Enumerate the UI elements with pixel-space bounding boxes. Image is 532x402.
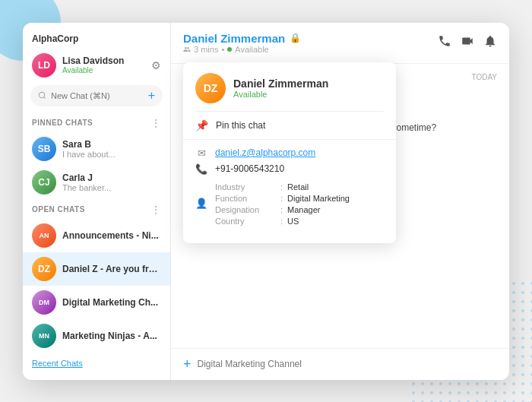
popup-status: Available [233,90,328,99]
country-label: Country [215,217,276,226]
open-chats-label: OPEN CHATS [32,205,150,214]
search-bar: + [30,85,163,106]
pinned-chat-sara[interactable]: SB Sara B I have about... [23,132,170,166]
pin-icon: 📌 [195,119,208,131]
user-name: Lisa Davidson [62,55,145,66]
chat-item-text: Carla J The banker... [62,173,161,192]
video-icon[interactable] [461,34,474,51]
avatar: MN [32,324,56,348]
chat-item-text: Announcements - Ni... [62,230,161,241]
chat-name: Digital Marketing Ch... [62,297,161,308]
designation-value: Manager [287,205,320,214]
avatar: DM [32,290,56,315]
svg-point-2 [39,92,44,97]
chat-item-text: Marketing Ninjas - A... [62,331,161,341]
search-input[interactable] [51,91,144,100]
status-dot [227,47,232,52]
pinned-chats-header: PINNED CHATS ⋮ [23,112,170,132]
chat-input[interactable] [198,359,497,369]
user-status: Available [62,66,145,74]
pinned-chats-more-icon[interactable]: ⋮ [150,117,161,129]
country-row: Country : US [215,217,350,226]
chat-header: Daniel Zimmerman 🔒 3 mins • Available [171,23,509,64]
contact-status: Available [235,45,268,54]
time-ago: 3 mins [194,45,218,54]
profile-popup: DZ Daniel Zimmerman Available 📌 Pin this… [183,62,396,243]
popup-user-info: Daniel Zimmerman Available [233,78,328,99]
recent-chats-link[interactable]: Recent Chats [23,353,170,374]
open-chat-digital[interactable]: DM Digital Marketing Ch... [23,286,170,319]
avatar-initials: LD [38,60,50,71]
popup-phone-row: 📞 +91-9006543210 [195,163,384,175]
popup-avatar: DZ [195,73,226,103]
open-chats-header: OPEN CHATS ⋮ [23,199,170,219]
chat-header-name: Daniel Zimmerman 🔒 [183,32,432,45]
pinned-chat-carla[interactable]: CJ Carla J The banker... [23,166,170,199]
email-icon: ✉ [195,147,207,159]
popup-person-row: 👤 Industry : Retail Function : Digital M… [195,179,384,228]
phone-icon: 📞 [195,163,207,175]
popup-email[interactable]: daniel.z@alphacorp.com [215,147,315,158]
industry-value: Retail [287,182,309,192]
industry-row: Industry : Retail [215,182,350,192]
chat-main: Daniel Zimmerman 🔒 3 mins • Available [171,23,509,380]
sidebar: AlphaCorp LD Lisa Davidson Available ⚙ +… [23,23,171,380]
industry-label: Industry [215,182,276,192]
open-chat-marketing-ninjas[interactable]: MN Marketing Ninjas - A... [23,319,170,353]
phone-icon[interactable] [438,34,451,51]
function-value: Digital Marketing [287,194,350,203]
popup-details: ✉ daniel.z@alphacorp.com 📞 +91-900654321… [183,140,396,243]
designation-label: Designation [215,205,276,214]
chat-name: Marketing Ninjas - A... [62,331,161,341]
org-name: AlphaCorp [32,33,161,44]
chat-name: Announcements - Ni... [62,230,161,241]
popup-phone: +91-9006543210 [215,163,284,174]
svg-line-3 [44,97,46,99]
sidebar-user-section: LD Lisa Davidson Available ⚙ [23,50,170,85]
popup-header: DZ Daniel Zimmerman Available [183,62,396,111]
avatar: AN [32,223,56,248]
contact-name: Daniel Zimmerman [183,32,285,45]
search-icon [38,91,46,100]
country-value: US [287,217,299,226]
popup-name: Daniel Zimmerman [233,78,328,90]
header-actions [438,34,497,51]
chat-name: Sara B [62,139,161,150]
bell-icon[interactable] [483,34,497,51]
chat-header-info: Daniel Zimmerman 🔒 3 mins • Available [183,32,432,54]
pinned-chats-label: PINNED CHATS [32,119,150,127]
gear-icon[interactable]: ⚙ [151,59,161,71]
chat-preview: I have about... [62,150,161,159]
lock-icon: 🔒 [290,33,301,43]
popup-pin-button[interactable]: 📌 Pin this chat [183,112,396,139]
function-row: Function : Digital Marketing [215,194,350,203]
avatar: CJ [32,170,56,195]
open-chat-announcements[interactable]: AN Announcements - Ni... [23,219,170,252]
designation-row: Designation : Manager [215,205,350,214]
chat-item-text: Daniel Z - Are you fre... [62,264,161,274]
separator: • [221,45,224,54]
avatar: SB [32,137,56,161]
chat-header-meta: 3 mins • Available [183,45,432,54]
sidebar-org-header: AlphaCorp [23,23,170,50]
app-window: AlphaCorp LD Lisa Davidson Available ⚙ +… [23,23,509,380]
avatar: LD [32,53,56,78]
chat-item-text: Digital Marketing Ch... [62,297,161,308]
avatar: DZ [32,257,56,281]
person-group-icon [183,46,191,53]
pin-label: Pin this chat [216,120,265,131]
person-icon: 👤 [195,198,207,209]
chat-preview: The banker... [62,183,161,192]
chat-name: Daniel Z - Are you fre... [62,264,161,274]
open-chats-more-icon[interactable]: ⋮ [150,204,161,216]
function-label: Function [215,194,276,203]
chat-input-bar: + [171,348,509,380]
user-info: Lisa Davidson Available [62,55,145,74]
open-chat-daniel[interactable]: DZ Daniel Z - Are you fre... [23,252,170,286]
new-chat-add-icon[interactable]: + [148,89,155,103]
chat-item-text: Sara B I have about... [62,139,161,159]
chat-name: Carla J [62,173,161,183]
popup-info-grid: Industry : Retail Function : Digital Mar… [215,182,350,228]
popup-email-row: ✉ daniel.z@alphacorp.com [195,147,384,159]
attach-icon[interactable]: + [183,356,192,372]
